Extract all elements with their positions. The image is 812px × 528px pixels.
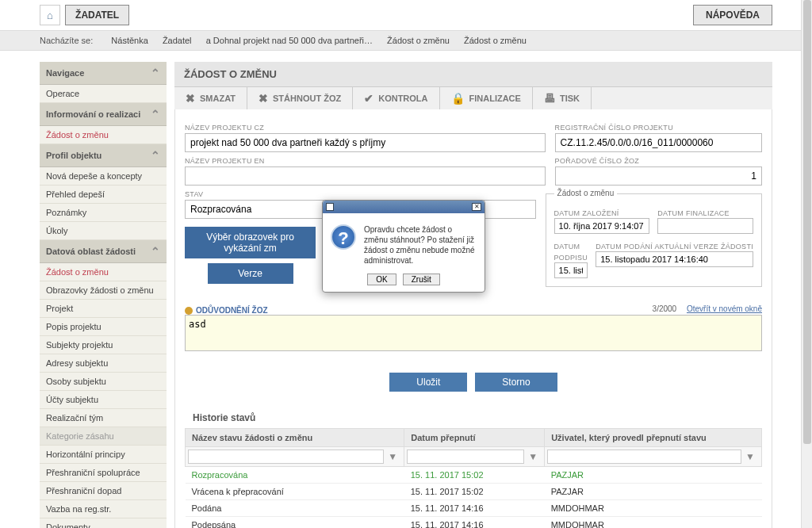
scrollbar-thumb[interactable]	[803, 0, 811, 444]
sidebar-item[interactable]: Projekt	[40, 300, 167, 318]
chevron-up-icon: ⌃	[151, 149, 160, 162]
warning-icon	[185, 307, 193, 315]
sidebar-item[interactable]: Účty subjektu	[40, 391, 167, 409]
sidebar-item[interactable]: Nová depeše a koncepty	[40, 167, 167, 186]
breadcrumb-prefix: Nacházíte se:	[40, 36, 93, 45]
field-label: DATUM PODÁNÍ AKTUÁLNÍ VERZE ŽÁDOSTI	[596, 243, 753, 251]
print-button[interactable]: 🖶TISK	[533, 87, 592, 109]
field-label: NÁZEV PROJEKTU EN	[185, 157, 546, 165]
window-icon	[326, 203, 334, 211]
funnel-icon[interactable]: ▼	[384, 451, 401, 462]
table-row[interactable]: Rozpracována15. 11. 2017 15:02PAZJAR	[186, 467, 762, 484]
history-table: Název stavu žádosti o změnu Datum přepnu…	[185, 428, 762, 528]
sidebar-item[interactable]: Obrazovky žádosti o změnu	[40, 281, 167, 300]
sidebar-item[interactable]: Přeshraniční spolupráce	[40, 464, 167, 482]
sidebar-item[interactable]: Subjekty projektu	[40, 336, 167, 354]
sidebar-item[interactable]: Vazba na reg.str.	[40, 500, 167, 518]
field-label: DATUM FINALIZACE	[657, 209, 730, 217]
sidebar-item[interactable]: Poznámky	[40, 204, 167, 222]
breadcrumb-item[interactable]: Nástěnka	[111, 36, 147, 45]
sidebar-group-header[interactable]: Datová oblast žádosti⌃	[40, 240, 167, 263]
confirm-dialog: ✕ ? Opravdu chcete žádost o změnu stáhno…	[322, 200, 485, 293]
sidebar-item[interactable]: Žádost o změnu	[40, 263, 167, 281]
field-label: REGISTRAČNÍ ČÍSLO PROJEKTU	[555, 124, 762, 132]
char-count: 3/2000 Otevřít v novém okně	[653, 304, 762, 313]
project-name-cz-input[interactable]	[185, 133, 546, 152]
sidebar-group-header[interactable]: Informování o realizaci⌃	[40, 103, 167, 126]
sidebar-item[interactable]: Horizontální principy	[40, 446, 167, 464]
ok-button[interactable]: OK	[367, 274, 396, 285]
date-signed-input[interactable]	[554, 262, 588, 278]
scrollbar[interactable]	[801, 0, 812, 528]
sidebar-group-header[interactable]: Navigace⌃	[40, 62, 167, 85]
x-icon: ✖	[186, 92, 195, 105]
chevron-up-icon: ⌃	[151, 108, 160, 121]
check-button[interactable]: ✔KONTROLA	[353, 87, 439, 109]
sidebar-item[interactable]: Adresy subjektu	[40, 354, 167, 373]
col-user[interactable]: Uživatel, který provedl přepnutí stavu	[545, 429, 762, 447]
save-button[interactable]: Uložit	[389, 373, 467, 392]
order-number-input[interactable]	[555, 166, 762, 186]
dialog-message: Opravdu chcete žádost o změnu stáhnout? …	[364, 224, 477, 266]
download-button[interactable]: ✖STÁHNOUT ŽOZ	[247, 87, 353, 109]
sidebar-item[interactable]: Přehled depeší	[40, 186, 167, 204]
sidebar-item[interactable]: Přeshraniční dopad	[40, 482, 167, 500]
breadcrumb-item[interactable]: Žádost o změnu	[387, 36, 450, 45]
field-label: NÁZEV PROJEKTU CZ	[185, 124, 546, 132]
table-row[interactable]: Podána15. 11. 2017 14:16MMDOHMAR	[186, 500, 762, 517]
col-status[interactable]: Název stavu žádosti o změnu	[186, 429, 404, 447]
sidebar-item[interactable]: Osoby subjektu	[40, 373, 167, 391]
cancel-dialog-button[interactable]: Zrušit	[403, 274, 440, 285]
sidebar-group-header[interactable]: Profil objektu⌃	[40, 144, 167, 167]
lock-icon: 🔒	[451, 92, 465, 105]
history-title: Historie stavů	[185, 407, 762, 428]
justification-label: ODŮVODNĚNÍ ŽOZ	[185, 306, 268, 315]
field-label: POŘADOVÉ ČÍSLO ŽOZ	[555, 157, 762, 165]
filter-status-input[interactable]	[188, 450, 384, 464]
finalize-button[interactable]: 🔒FINALIZACE	[440, 87, 533, 109]
col-date[interactable]: Datum přepnutí	[404, 429, 545, 447]
project-name-en-input[interactable]	[185, 166, 546, 186]
version-button[interactable]: Verze	[208, 263, 293, 284]
print-icon: 🖶	[544, 92, 555, 105]
breadcrumb-item[interactable]: Žadatel	[163, 36, 192, 45]
table-row[interactable]: Vrácena k přepracování15. 11. 2017 15:02…	[186, 484, 762, 500]
question-icon: ?	[331, 224, 356, 250]
sidebar-item[interactable]: Žádost o změnu	[40, 126, 167, 144]
sidebar-item[interactable]: Realizační tým	[40, 409, 167, 427]
sidebar: Navigace⌃OperaceInformování o realizaci⌃…	[40, 62, 167, 528]
check-icon: ✔	[364, 92, 373, 105]
date-submitted-input[interactable]	[596, 251, 753, 267]
breadcrumb-item[interactable]: a Dohnal projekt nad 50 000 dva partneři…	[206, 36, 373, 45]
field-label: STAV	[185, 190, 536, 198]
request-fieldset: Žádost o změnu DATUM ZALOŽENÍ DATUM FINA…	[546, 193, 762, 287]
sidebar-item[interactable]: Popis projektu	[40, 318, 167, 336]
justification-textarea[interactable]: asd	[185, 315, 762, 351]
field-label: DATUM PODPISU	[554, 243, 588, 262]
chevron-up-icon: ⌃	[151, 67, 160, 79]
funnel-icon[interactable]: ▼	[741, 451, 759, 462]
page-title: ŽÁDOST O ZMĚNU	[174, 62, 772, 87]
cancel-button[interactable]: Storno	[475, 373, 557, 392]
date-finalized-input[interactable]	[657, 218, 753, 234]
funnel-icon[interactable]: ▼	[524, 451, 542, 462]
breadcrumb-item[interactable]: Žádost o změnu	[464, 36, 527, 45]
close-icon[interactable]: ✕	[472, 203, 481, 211]
zadatel-button[interactable]: ŽADATEL	[65, 5, 129, 25]
sidebar-item: Kategorie zásahu	[40, 427, 167, 446]
breadcrumb: Nacházíte se: Nástěnka Žadatel a Dohnal …	[0, 30, 812, 51]
help-button[interactable]: NÁPOVĚDA	[693, 5, 772, 25]
date-created-input[interactable]	[554, 218, 650, 234]
sidebar-item[interactable]: Operace	[40, 85, 167, 103]
delete-button[interactable]: ✖SMAZAT	[174, 87, 247, 109]
home-button[interactable]: ⌂	[40, 5, 60, 25]
dialog-titlebar[interactable]: ✕	[323, 201, 485, 213]
open-new-window-link[interactable]: Otevřít v novém okně	[687, 304, 762, 313]
filter-user-input[interactable]	[547, 450, 741, 464]
sidebar-item[interactable]: Úkoly	[40, 222, 167, 240]
screen-select-button[interactable]: Výběr obrazovek pro vykázání zm	[185, 227, 316, 258]
sidebar-item[interactable]: Dokumenty	[40, 518, 167, 528]
filter-date-input[interactable]	[407, 450, 524, 464]
table-row[interactable]: Podepsána15. 11. 2017 14:16MMDOHMAR	[186, 517, 762, 529]
reg-number-input[interactable]	[555, 133, 762, 152]
